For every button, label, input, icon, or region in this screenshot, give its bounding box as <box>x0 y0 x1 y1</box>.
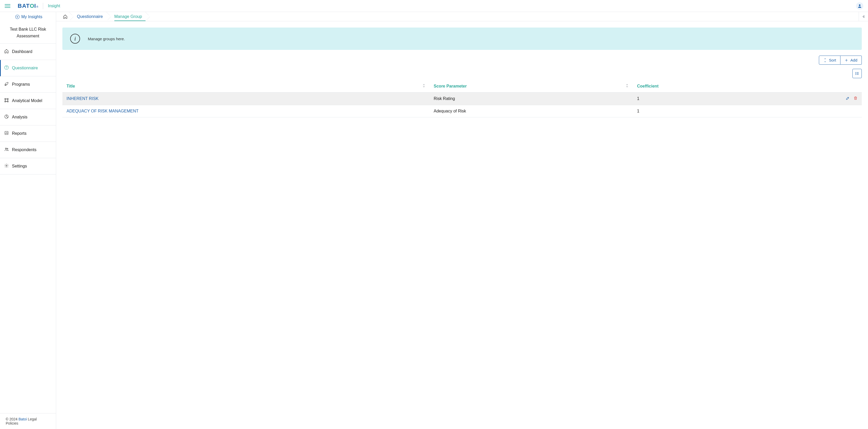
pie-icon <box>4 114 9 120</box>
sidebar-item-label: Dashboard <box>12 50 32 54</box>
edit-icon[interactable] <box>846 96 850 101</box>
info-message: Manage groups here. <box>88 37 125 41</box>
sidebar-item-dashboard[interactable]: Dashboard <box>0 44 56 60</box>
sidebar-footer: © 2024 Batoi Legal Policies <box>0 413 56 429</box>
col-actions <box>769 80 862 93</box>
svg-point-11 <box>7 148 8 149</box>
list-icon <box>855 71 859 75</box>
home-icon <box>4 49 9 55</box>
breadcrumb-home[interactable] <box>58 12 71 21</box>
sort-button[interactable]: Sort <box>819 56 841 65</box>
cell-title: INHERENT RISK <box>62 93 430 105</box>
table-row: ADEQUACY OF RISK MANAGEMENTAdequacy of R… <box>62 105 862 118</box>
svg-rect-6 <box>5 101 6 102</box>
breadcrumb-label: Questionnaire <box>77 14 103 19</box>
bar-icon <box>4 131 9 136</box>
svg-point-14 <box>856 73 856 73</box>
sidebar-item-settings[interactable]: Settings <box>0 158 56 174</box>
svg-rect-5 <box>7 98 8 99</box>
content: Questionnaire Manage Group i Manage grou… <box>56 12 868 429</box>
home-icon <box>63 14 68 19</box>
sidebar-nav: DashboardQuestionnaireProgramsAnalytical… <box>0 44 56 174</box>
breadcrumb-questionnaire[interactable]: Questionnaire <box>71 12 108 21</box>
my-insights-link[interactable]: My Insights <box>0 12 56 22</box>
sidebar-item-label: Analytical Model <box>12 98 42 103</box>
trash-icon[interactable] <box>854 96 858 101</box>
svg-point-13 <box>856 72 856 72</box>
sidebar: My Insights Test Bank LLC Risk Assessmen… <box>0 12 56 429</box>
model-icon <box>4 98 9 104</box>
user-avatar[interactable] <box>856 2 863 10</box>
col-coefficient[interactable]: Coefficient <box>633 80 769 93</box>
view-toggle-row <box>62 69 862 78</box>
divider <box>43 3 43 9</box>
triangle-left-icon <box>862 15 865 18</box>
user-icon <box>857 4 862 8</box>
cell-score-param: Adequacy of Risk <box>430 105 633 118</box>
breadcrumb-manage-group[interactable]: Manage Group <box>108 12 148 21</box>
sort-toggle-icon[interactable] <box>422 84 426 89</box>
cell-score-param: Risk Rating <box>430 93 633 105</box>
breadcrumb-label: Manage Group <box>114 14 142 19</box>
logo-tail: I <box>34 3 36 9</box>
sidebar-item-label: Programs <box>12 82 30 87</box>
groups-table: Title Score Parameter Coefficient IN <box>62 80 862 118</box>
cell-actions <box>769 105 862 118</box>
copyright: © 2024 <box>6 417 19 421</box>
leaf-icon <box>4 81 9 87</box>
sort-toggle-icon[interactable] <box>625 84 629 89</box>
svg-point-12 <box>6 165 7 166</box>
sidebar-item-label: Questionnaire <box>12 66 38 70</box>
add-button[interactable]: Add <box>840 56 862 65</box>
cell-coefficient: 1 <box>633 93 769 105</box>
svg-rect-4 <box>5 98 6 99</box>
sidebar-item-label: Settings <box>12 164 27 169</box>
gear-icon <box>4 163 9 169</box>
sidebar-item-reports[interactable]: Reports <box>0 125 56 142</box>
sidebar-item-questionnaire[interactable]: Questionnaire <box>0 60 56 76</box>
sidebar-item-label: Analysis <box>12 115 28 120</box>
logo-leaf: O <box>30 3 34 9</box>
sidebar-item-analytical-model[interactable]: Analytical Model <box>0 93 56 109</box>
topbar: BAT O I ® Insight <box>0 0 868 12</box>
group-title-link[interactable]: ADEQUACY OF RISK MANAGEMENT <box>66 109 138 113</box>
main-area: i Manage groups here. Sort Add <box>56 21 868 429</box>
svg-rect-7 <box>7 101 8 102</box>
cell-coefficient: 1 <box>633 105 769 118</box>
menu-toggle-icon[interactable] <box>5 3 10 9</box>
svg-point-10 <box>5 148 7 149</box>
question-icon <box>4 65 9 71</box>
list-view-toggle[interactable] <box>852 69 862 78</box>
group-title-link[interactable]: INHERENT RISK <box>66 96 98 101</box>
table-row: INHERENT RISKRisk Rating1 <box>62 93 862 105</box>
sort-label: Sort <box>829 58 836 62</box>
col-coeff-label: Coefficient <box>637 84 658 88</box>
breadcrumb: Questionnaire Manage Group <box>56 12 868 21</box>
brand-logo[interactable]: BAT O I ® <box>18 3 38 9</box>
sidebar-item-label: Respondents <box>12 147 36 152</box>
row-actions <box>773 96 858 101</box>
cell-actions <box>769 93 862 105</box>
app-name[interactable]: Insight <box>48 4 60 8</box>
col-score-param[interactable]: Score Parameter <box>430 80 633 93</box>
logo-reg: ® <box>36 5 38 8</box>
svg-point-0 <box>859 4 861 6</box>
sidebar-item-respondents[interactable]: Respondents <box>0 142 56 158</box>
plus-icon <box>845 59 848 62</box>
my-insights-label: My Insights <box>21 14 42 19</box>
sidebar-item-analysis[interactable]: Analysis <box>0 109 56 125</box>
logo-main: BAT <box>18 3 30 9</box>
add-label: Add <box>850 58 857 62</box>
sidebar-title: Test Bank LLC Risk Assessment <box>0 22 56 44</box>
cell-title: ADEQUACY OF RISK MANAGEMENT <box>62 105 430 118</box>
sidebar-item-programs[interactable]: Programs <box>0 76 56 93</box>
col-title-label: Title <box>66 84 75 88</box>
sidebar-item-label: Reports <box>12 131 27 136</box>
col-title[interactable]: Title <box>62 80 430 93</box>
users-icon <box>4 147 9 153</box>
col-score-label: Score Parameter <box>434 84 467 88</box>
info-icon: i <box>70 34 80 44</box>
collapse-panel-button[interactable] <box>859 12 868 21</box>
info-banner: i Manage groups here. <box>62 28 862 50</box>
footer-brand-link[interactable]: Batoi <box>19 417 27 421</box>
